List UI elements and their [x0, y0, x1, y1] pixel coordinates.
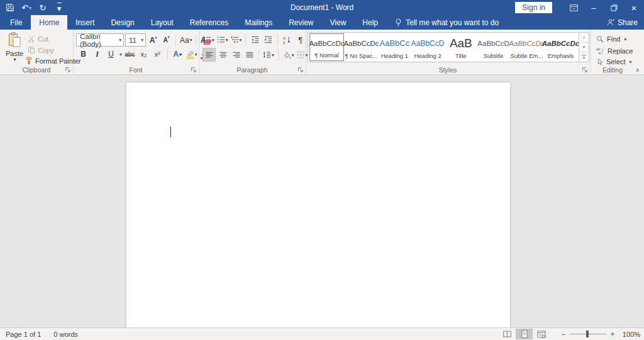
- print-layout-icon: [521, 330, 528, 338]
- minimize-button[interactable]: –: [584, 0, 604, 15]
- tab-help[interactable]: Help: [354, 15, 386, 30]
- clipboard-dialog-launcher[interactable]: [65, 66, 71, 72]
- zoom-out-button[interactable]: −: [558, 330, 569, 339]
- redo-button[interactable]: ↻: [38, 1, 48, 14]
- tab-mailings[interactable]: Mailings: [236, 15, 280, 30]
- style-name: Subtitle: [484, 52, 504, 59]
- lightbulb-icon: [395, 18, 402, 27]
- borders-icon: [297, 51, 305, 59]
- undo-dropdown-icon: ▾: [29, 6, 31, 10]
- subscript-button[interactable]: x₂: [138, 48, 150, 60]
- italic-button[interactable]: I: [91, 48, 103, 60]
- sign-in-button[interactable]: Sign in: [515, 2, 552, 13]
- increase-indent-button[interactable]: [262, 33, 274, 46]
- ribbon-display-options-button[interactable]: [564, 0, 584, 15]
- styles-scroll-up-button[interactable]: ▴: [579, 33, 589, 43]
- sort-button[interactable]: AZ: [281, 33, 293, 46]
- text-effects-button[interactable]: A▾: [172, 48, 184, 60]
- numbering-dropdown-icon: ▾: [226, 37, 228, 43]
- tab-file[interactable]: File: [1, 15, 31, 30]
- font-dialog-launcher[interactable]: [191, 66, 197, 72]
- word-count[interactable]: 0 words: [53, 331, 78, 338]
- style-heading1[interactable]: AaBbCc Heading 1: [379, 33, 411, 61]
- style-name: Heading 2: [414, 52, 441, 59]
- grow-font-button[interactable]: A▴: [147, 34, 159, 47]
- collapse-ribbon-button[interactable]: ∧: [635, 67, 640, 73]
- underline-dropdown-icon[interactable]: ▾: [119, 52, 122, 57]
- copy-button[interactable]: Copy: [28, 46, 54, 54]
- text-highlight-button[interactable]: ▾: [186, 48, 198, 60]
- paste-button[interactable]: Paste ▾: [3, 32, 26, 66]
- select-button[interactable]: Select ▾: [596, 58, 631, 65]
- style-no-spacing[interactable]: AaBbCcDc ¶ No Spac...: [345, 33, 378, 61]
- style-name: Heading 1: [381, 52, 408, 59]
- close-button[interactable]: ×: [624, 0, 644, 15]
- document-area[interactable]: [0, 75, 644, 328]
- zoom-level[interactable]: 100%: [618, 331, 640, 338]
- cut-button[interactable]: Cut: [28, 35, 48, 43]
- tab-home[interactable]: Home: [31, 15, 67, 30]
- decrease-indent-button[interactable]: [249, 33, 261, 46]
- show-formatting-marks-button[interactable]: ¶: [294, 33, 306, 46]
- style-subtitle[interactable]: AaBbCcD Subtitle: [477, 33, 509, 61]
- align-center-button[interactable]: [217, 48, 229, 61]
- tab-insert[interactable]: Insert: [67, 15, 103, 30]
- zoom-in-button[interactable]: +: [608, 330, 618, 339]
- line-spacing-button[interactable]: ▾: [262, 48, 275, 61]
- numbering-button[interactable]: ▾: [216, 33, 229, 46]
- tell-me-label: Tell me what you want to do: [406, 18, 499, 27]
- style-emphasis[interactable]: AaBbCcDc Emphasis: [544, 33, 577, 61]
- styles-gallery-more-button[interactable]: ▾: [579, 52, 589, 62]
- tab-references[interactable]: References: [182, 15, 236, 30]
- justify-button[interactable]: [243, 48, 255, 61]
- status-left: Page 1 of 1 0 words: [0, 331, 78, 338]
- web-layout-button[interactable]: [533, 329, 550, 339]
- dialog-launcher-icon: [191, 67, 197, 73]
- save-button[interactable]: [5, 1, 15, 14]
- grow-font-arrow-icon: ▴: [155, 35, 157, 39]
- document-page[interactable]: [126, 82, 511, 328]
- tell-me-box[interactable]: Tell me what you want to do: [395, 15, 499, 30]
- read-mode-button[interactable]: [499, 329, 516, 339]
- customize-quick-access-button[interactable]: ▾: [54, 1, 64, 14]
- align-right-button[interactable]: [230, 48, 242, 61]
- clipboard-group: Paste ▾ Cut Copy Format Painter Clipboar…: [0, 30, 74, 74]
- underline-button[interactable]: U: [105, 48, 117, 60]
- share-button[interactable]: Share: [606, 15, 638, 30]
- line-spacing-icon: [263, 51, 271, 59]
- align-left-button[interactable]: [203, 48, 216, 62]
- zoom-slider-handle[interactable]: [586, 331, 589, 337]
- superscript-button[interactable]: x²: [152, 48, 164, 60]
- style-title[interactable]: AaB Title: [445, 33, 477, 61]
- tab-view[interactable]: View: [322, 15, 355, 30]
- find-button[interactable]: Find ▾: [596, 35, 626, 43]
- page-indicator[interactable]: Page 1 of 1: [6, 331, 41, 338]
- tab-review[interactable]: Review: [280, 15, 321, 30]
- tab-layout[interactable]: Layout: [143, 15, 182, 30]
- replace-button[interactable]: abac Replace: [596, 47, 633, 55]
- shading-button[interactable]: ▾: [282, 48, 295, 61]
- undo-button[interactable]: ↶▾: [21, 1, 31, 14]
- styles-group-label: Styles: [306, 66, 590, 74]
- numbered-list-icon: [217, 36, 225, 43]
- font-size-combo[interactable]: 11 ▾: [125, 33, 146, 47]
- multilevel-list-button[interactable]: ▾: [230, 33, 243, 46]
- style-subtle-emphasis[interactable]: AaBbCcDc Subtle Em...: [510, 33, 543, 61]
- quick-access-toolbar: ↶▾ ↻ ▾: [5, 0, 64, 15]
- font-name-combo[interactable]: Calibri (Body) ▾: [76, 33, 124, 47]
- shrink-font-button[interactable]: A▾: [160, 34, 172, 47]
- tab-design[interactable]: Design: [103, 15, 142, 30]
- change-case-button[interactable]: Aa▾: [179, 34, 192, 47]
- paragraph-dialog-launcher[interactable]: [297, 66, 304, 72]
- zoom-slider[interactable]: [570, 329, 606, 339]
- style-heading2[interactable]: AaBbCcD Heading 2: [411, 33, 445, 61]
- print-layout-button[interactable]: [516, 329, 533, 339]
- bullets-dropdown-icon: ▾: [212, 37, 214, 43]
- restore-button[interactable]: [604, 0, 624, 15]
- styles-dialog-launcher[interactable]: [582, 66, 588, 72]
- style-normal[interactable]: AaBbCcDc ¶ Normal: [309, 33, 344, 61]
- styles-scroll-down-button[interactable]: ▾: [579, 43, 589, 53]
- bold-button[interactable]: B: [77, 48, 89, 60]
- strikethrough-button[interactable]: abc: [124, 48, 136, 60]
- bullets-button[interactable]: ▾: [203, 33, 215, 46]
